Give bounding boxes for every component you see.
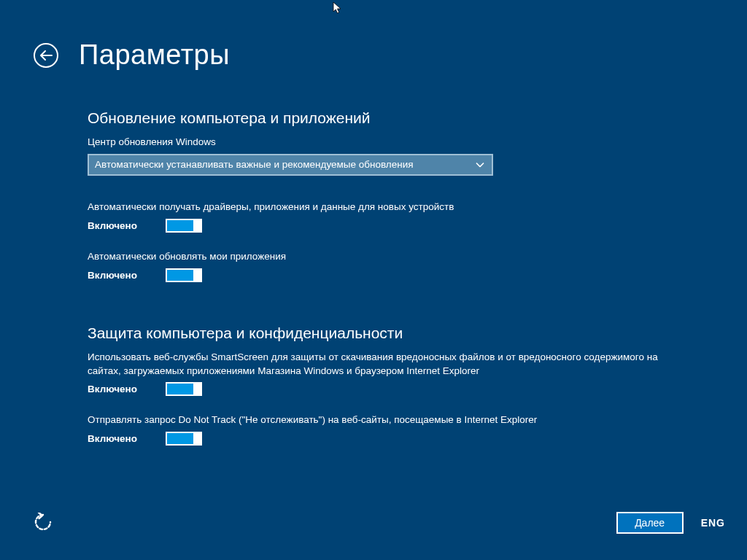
ease-of-access-button[interactable] [34, 513, 54, 533]
dropdown-selected-value: Автоматически устанавливать важные и рек… [95, 159, 414, 170]
next-button-label: Далее [635, 517, 665, 529]
dnt-label: Отправлять запрос Do Not Track ("Не отсл… [88, 413, 686, 427]
auto-apps-label: Автоматически обновлять мои приложения [88, 250, 686, 264]
page-title: Параметры [79, 39, 230, 71]
auto-apps-status: Включено [88, 270, 137, 281]
language-indicator[interactable]: ENG [701, 517, 725, 529]
next-button[interactable]: Далее [616, 512, 684, 534]
auto-apps-toggle[interactable] [166, 268, 202, 282]
windows-update-dropdown[interactable]: Автоматически устанавливать важные и рек… [88, 154, 493, 176]
smartscreen-label: Использовать веб-службы SmartScreen для … [88, 351, 686, 378]
auto-drivers-label: Автоматически получать драйверы, приложе… [88, 201, 686, 214]
mouse-cursor-icon [333, 1, 343, 18]
chevron-down-icon [476, 162, 484, 167]
dnt-toggle[interactable] [166, 432, 202, 446]
windows-update-label: Центр обновления Windows [88, 136, 686, 149]
settings-content: Обновление компьютера и приложений Центр… [88, 109, 686, 463]
ease-of-access-icon [34, 523, 54, 535]
dnt-status: Включено [88, 433, 137, 444]
section-heading-privacy: Защита компьютера и конфиденциальности [88, 324, 686, 342]
auto-drivers-status: Включено [88, 220, 137, 231]
section-heading-update: Обновление компьютера и приложений [88, 109, 686, 127]
arrow-left-icon [39, 50, 53, 61]
smartscreen-toggle[interactable] [166, 382, 202, 396]
auto-drivers-toggle[interactable] [166, 219, 202, 233]
smartscreen-status: Включено [88, 384, 137, 394]
back-button[interactable] [34, 43, 58, 68]
